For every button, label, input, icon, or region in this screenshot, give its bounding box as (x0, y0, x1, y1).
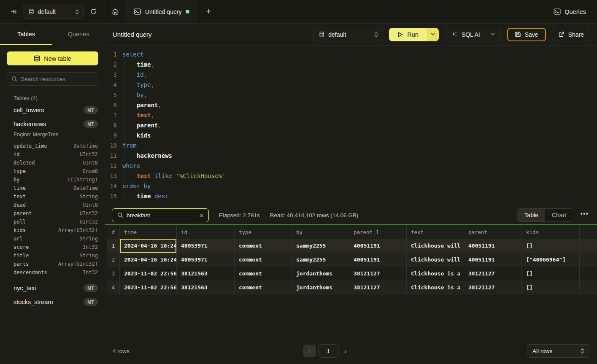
table-cell[interactable]: Clickhouse is a … (407, 280, 464, 294)
table-cell[interactable]: 2023-11-02 22:56… (120, 267, 177, 280)
table-row[interactable]: 42023-11-02 22:56…38121563commentjordant… (107, 280, 597, 294)
table-cell[interactable]: 40051191 (464, 239, 522, 253)
sql-ai-button[interactable]: SQL AI (445, 28, 501, 41)
previous-page-button[interactable]: ‹ (303, 345, 316, 357)
home-icon (112, 8, 119, 15)
sql-token (122, 92, 137, 98)
column-header-time[interactable]: time (120, 225, 177, 239)
table-cell[interactable]: 40053971 (177, 239, 235, 253)
view-toggle-table[interactable]: Table (517, 209, 545, 221)
table-row[interactable]: 32023-11-02 22:56…38121563commentjordant… (107, 267, 597, 280)
code-text: time, (122, 59, 154, 70)
row-number-cell[interactable]: 4 (107, 280, 120, 294)
results-search-input[interactable] (127, 212, 196, 218)
queries-button[interactable]: Queries (554, 8, 586, 15)
sidebar-search-input[interactable] (21, 76, 94, 82)
table-cell[interactable]: ["40066964"] (522, 253, 580, 267)
column-header-parent_1[interactable]: parent_1 (349, 225, 407, 239)
line-number: 1 (105, 49, 117, 59)
table-cell[interactable]: comment (235, 239, 292, 253)
table-cell[interactable]: jordanthoms (292, 267, 349, 280)
table-cell[interactable]: 38121127 (349, 267, 407, 280)
column-header-rownum[interactable]: # (107, 225, 120, 239)
sql-token: id (137, 71, 144, 78)
column-header-type[interactable]: type (235, 225, 292, 239)
more-options-icon[interactable]: ••• (578, 210, 590, 220)
table-cell[interactable]: 38121127 (464, 280, 522, 294)
sidebar-table-cell_towers[interactable]: cell_towersMT (0, 103, 105, 117)
view-toggle-chart[interactable]: Chart (545, 209, 573, 221)
page-number-input[interactable]: 1 (318, 344, 338, 358)
clear-search-icon[interactable]: × (200, 212, 203, 218)
sql-token (122, 132, 137, 139)
table-row[interactable]: 12024-04-16 16:24…40053971commentsammy22… (107, 239, 597, 253)
query-database-selector[interactable]: default (313, 28, 383, 41)
refresh-button[interactable] (88, 6, 99, 17)
table-cell[interactable]: Clickhouse will … (407, 253, 464, 267)
table-cell[interactable]: jordanthoms (292, 280, 349, 294)
table-cell[interactable]: 40053971 (177, 253, 235, 267)
row-number-cell[interactable]: 1 (107, 239, 120, 253)
main-panel: Untitled query default (105, 24, 597, 364)
sidebar-tab-queries[interactable]: Queries (52, 24, 105, 45)
database-selector[interactable]: default (23, 5, 84, 19)
table-row[interactable]: 22024-04-16 16:24…40053971commentsammy22… (107, 253, 597, 267)
next-page-button[interactable]: › (341, 345, 350, 357)
tab-untitled-query[interactable]: Untitled query (125, 0, 198, 23)
table-cell[interactable]: comment (235, 267, 292, 280)
table-cell[interactable]: comment (235, 280, 292, 294)
column-header-kids[interactable]: kids (522, 225, 580, 239)
table-cell[interactable]: comment (235, 253, 292, 267)
row-number-cell[interactable]: 2 (107, 253, 120, 267)
sql-token (122, 71, 137, 78)
new-tab-button[interactable]: + (198, 0, 219, 23)
sidebar-table-hackernews[interactable]: hackernewsMT (0, 117, 105, 131)
column-row: textString (14, 192, 98, 201)
column-type: UInt32 (80, 151, 98, 157)
chevron-down-icon[interactable] (491, 33, 495, 36)
table-cell[interactable]: [] (522, 280, 580, 294)
table-cell[interactable]: [] (522, 267, 580, 280)
sql-token (122, 102, 137, 108)
table-cell[interactable]: 40051191 (349, 239, 407, 253)
query-controls: default Run (313, 28, 590, 41)
sidebar-table-stocks_stream[interactable]: stocks_streamMT (0, 295, 105, 309)
sidebar-tab-tables[interactable]: Tables (0, 24, 52, 45)
table-cell[interactable]: 2024-04-16 16:24… (120, 253, 177, 267)
table-cell[interactable]: 38121563 (177, 280, 235, 294)
column-header-text[interactable]: text (407, 225, 464, 239)
table-cell[interactable]: 38121127 (464, 267, 522, 280)
save-button[interactable]: Save (507, 28, 546, 41)
code-line: 14order by (105, 181, 597, 191)
run-button[interactable]: Run (389, 28, 427, 41)
table-cell[interactable]: 40051191 (349, 253, 407, 267)
row-number-cell[interactable]: 3 (107, 267, 120, 280)
share-button[interactable]: Share (552, 28, 590, 41)
chevron-updown-icon (374, 32, 378, 38)
column-header-by[interactable]: by (292, 225, 349, 239)
table-cell[interactable]: sammy2255 (292, 239, 349, 253)
table-cell[interactable]: 2024-04-16 16:24… (120, 239, 177, 253)
mergetree-badge: MT (84, 106, 98, 114)
new-table-button[interactable]: New table (7, 51, 98, 65)
table-cell[interactable]: sammy2255 (292, 253, 349, 267)
sql-editor[interactable]: 1select2 time,3 id,4 type,5 by,6 parent,… (105, 46, 597, 206)
code-text: where (122, 161, 140, 171)
indent-guide (124, 100, 124, 110)
search-icon (117, 212, 123, 218)
sidebar: Tables Queries New table Tables (4) cell… (0, 24, 105, 364)
table-cell[interactable]: [] (522, 239, 580, 253)
table-cell[interactable]: 40051191 (464, 253, 522, 267)
table-cell[interactable]: Clickhouse is a … (407, 267, 464, 280)
run-options-button[interactable] (427, 28, 439, 41)
sidebar-table-nyc_taxi[interactable]: nyc_taxiMT (0, 281, 105, 295)
collapse-sidebar-button[interactable] (8, 7, 19, 17)
table-cell[interactable]: 2023-11-02 22:56… (120, 280, 177, 294)
table-cell[interactable]: Clickhouse will … (407, 239, 464, 253)
column-header-parent[interactable]: parent (464, 225, 522, 239)
table-cell[interactable]: 38121563 (177, 267, 235, 280)
column-header-id[interactable]: id (177, 225, 235, 239)
page-size-select[interactable]: All rows (527, 344, 590, 358)
table-cell[interactable]: 38121127 (349, 280, 407, 294)
home-tab[interactable] (105, 0, 125, 23)
